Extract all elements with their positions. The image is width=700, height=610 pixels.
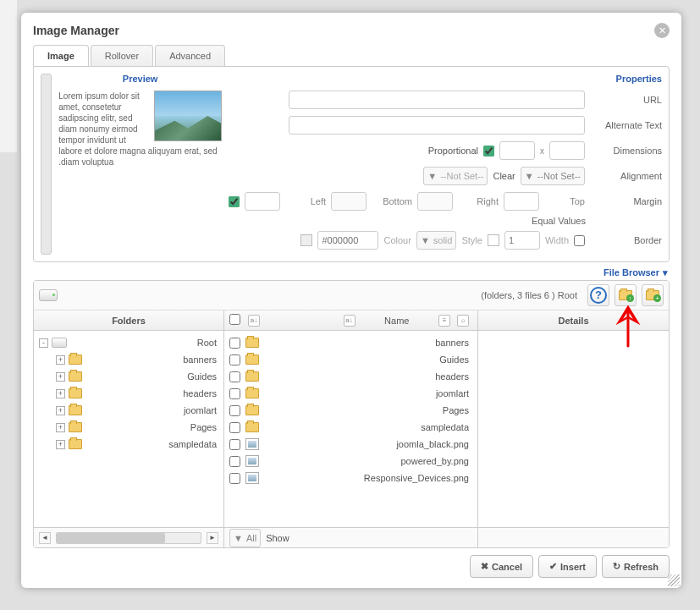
dimensions-label: Dimensions — [590, 146, 662, 156]
tab-rollover[interactable]: Rollover — [91, 45, 153, 66]
scroll-right-button[interactable]: ► — [207, 532, 218, 544]
tab-image[interactable]: Image — [33, 45, 89, 66]
panel-scrollbar[interactable] — [41, 74, 52, 255]
url-label: URL — [590, 95, 662, 105]
file-row[interactable]: joomla_black.png — [224, 436, 477, 453]
refresh-button[interactable]: ↻Refresh — [602, 555, 670, 578]
insert-button[interactable]: ✔Insert — [538, 555, 597, 578]
height-input[interactable] — [549, 141, 585, 160]
margin-top-input[interactable] — [245, 192, 280, 211]
margin-equal-checkbox[interactable] — [229, 196, 240, 207]
folders-hscrollbar[interactable] — [56, 532, 201, 544]
expand-icon[interactable]: + — [56, 423, 65, 432]
file-select-checkbox[interactable] — [229, 473, 240, 484]
page-size-select[interactable]: ▼All — [229, 529, 261, 547]
margin-left-label: Left — [285, 196, 326, 206]
file-select-checkbox[interactable] — [229, 439, 240, 450]
file-row[interactable]: Responsive_Devices.png — [224, 470, 477, 486]
image-file-icon — [245, 455, 259, 467]
tree-row[interactable]: +banners — [34, 351, 223, 368]
tree-row[interactable]: +headers — [34, 385, 223, 402]
expand-icon[interactable]: + — [56, 372, 65, 382]
file-browser-heading[interactable]: File Browser — [33, 267, 668, 278]
file-row[interactable]: powered_by.png — [224, 453, 477, 470]
folder-icon — [69, 405, 82, 415]
scroll-left-button[interactable]: ◄ — [39, 532, 51, 544]
preview-heading: Preview — [55, 74, 225, 84]
sort-name-icon[interactable]: a↓ — [344, 315, 356, 327]
border-style-icon — [488, 234, 499, 246]
tab-advanced[interactable]: Advanced — [155, 45, 225, 66]
border-width-input[interactable] — [504, 231, 540, 250]
margin-top-label: Top — [544, 196, 585, 206]
tree-row[interactable]: +Pages — [34, 419, 223, 436]
properties-heading: Properties — [229, 74, 662, 84]
folder-icon — [69, 422, 82, 432]
url-input[interactable] — [289, 91, 585, 109]
file-select-checkbox[interactable] — [229, 354, 240, 365]
tree-row[interactable]: +Guides — [34, 368, 223, 385]
margin-bottom-label: Bottom — [372, 196, 412, 206]
select-all-checkbox[interactable] — [229, 314, 240, 325]
cancel-button[interactable]: ✖Cancel — [470, 555, 533, 578]
width-label: Width — [545, 235, 569, 245]
tree-label: headers — [85, 388, 218, 398]
file-label: Responsive_Devices.png — [264, 473, 472, 483]
preview-thumbnail — [154, 91, 222, 141]
folder-icon — [245, 371, 259, 382]
file-row[interactable]: Pages — [224, 402, 477, 419]
tree-row[interactable]: -Root — [34, 334, 223, 351]
file-select-checkbox[interactable] — [229, 422, 240, 433]
upload-button[interactable] — [615, 284, 637, 306]
file-row[interactable]: sampledata — [224, 419, 477, 436]
tree-label: Root — [70, 338, 218, 348]
file-select-checkbox[interactable] — [229, 338, 240, 349]
border-color-swatch[interactable] — [300, 234, 312, 246]
border-color-input[interactable] — [317, 231, 378, 250]
folder-icon — [69, 371, 82, 382]
width-input[interactable] — [499, 141, 535, 160]
resize-grip-icon[interactable] — [668, 574, 680, 586]
file-row[interactable]: headers — [224, 368, 477, 385]
file-select-checkbox[interactable] — [229, 388, 240, 399]
drive-icon — [39, 289, 58, 301]
clear-select[interactable]: ▼--Not Set-- — [521, 167, 585, 185]
search-icon[interactable]: ⌕ — [457, 315, 469, 327]
new-folder-button[interactable] — [642, 284, 664, 306]
view-list-icon[interactable]: ≡ — [438, 315, 450, 327]
proportional-checkbox[interactable] — [483, 146, 494, 157]
drive-icon — [52, 338, 67, 348]
file-select-checkbox[interactable] — [229, 405, 240, 416]
file-select-checkbox[interactable] — [229, 371, 240, 382]
tree-row[interactable]: +sampledata — [34, 436, 223, 453]
collapse-icon[interactable]: - — [39, 338, 48, 348]
sort-ext-icon[interactable]: a↓ — [248, 315, 260, 327]
dimension-separator: x — [540, 146, 544, 156]
file-select-checkbox[interactable] — [229, 456, 240, 467]
expand-icon[interactable]: + — [56, 355, 65, 365]
folder-icon — [245, 422, 259, 432]
border-style-select[interactable]: ▼solid — [416, 231, 457, 250]
breadcrumb: (folders, 3 files 6 ) Root — [63, 290, 582, 300]
file-row[interactable]: Guides — [224, 351, 477, 368]
folder-icon — [69, 388, 82, 398]
margin-right-input[interactable] — [504, 192, 539, 211]
style-label: Style — [461, 235, 482, 245]
preview-box: Lorem ipsum dolor sit amet, consetetur s… — [55, 87, 225, 171]
expand-icon[interactable]: + — [56, 389, 65, 398]
help-button[interactable]: ? — [587, 284, 609, 306]
file-row[interactable]: joomlart — [224, 385, 477, 402]
folder-icon — [245, 405, 259, 415]
close-icon[interactable]: ✕ — [654, 23, 670, 38]
tree-label: joomlart — [85, 405, 218, 415]
file-label: Guides — [264, 354, 472, 365]
align-select[interactable]: ▼--Not Set-- — [423, 167, 488, 185]
file-label: joomlart — [264, 388, 472, 398]
equal-values-label: Equal Values — [229, 216, 586, 226]
alt-text-input[interactable] — [289, 116, 585, 135]
file-row[interactable]: banners — [224, 334, 477, 351]
tree-row[interactable]: +joomlart — [34, 402, 223, 419]
expand-icon[interactable]: + — [56, 406, 65, 415]
border-enable-checkbox[interactable] — [574, 235, 585, 246]
expand-icon[interactable]: + — [56, 440, 65, 449]
